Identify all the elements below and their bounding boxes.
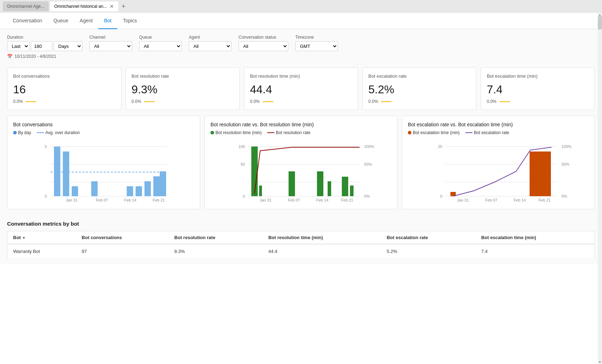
svg-text:Feb 07: Feb 07	[485, 198, 497, 202]
chart-resolution-area: 100 50 0 100% 50% 0%	[210, 139, 392, 203]
table-body: Warranty Bot 97 9.3% 44.4 5.2% 7.4	[7, 244, 595, 259]
bar-feb24	[160, 171, 166, 196]
res-bar-feb18	[328, 181, 331, 196]
tab-bot[interactable]: Bot	[98, 13, 117, 29]
chart-escalation-legend: Bot escalation time (min) Bot escalation…	[408, 130, 589, 135]
table-title: Conversation metrics by bot	[7, 221, 595, 227]
charts-section: Bot conversations By day Avg. over durat…	[0, 116, 602, 215]
bar-feb21a	[144, 181, 151, 196]
scrollbar[interactable]: ▲ ▼	[598, 13, 602, 364]
chart-bot-conversations-title: Bot conversations	[13, 122, 194, 127]
kpi-bar-1	[144, 101, 155, 102]
svg-text:50%: 50%	[364, 162, 372, 166]
kpi-title-2: Bot resolution time (min)	[250, 73, 352, 79]
kpi-title-3: Bot escalation rate	[368, 73, 471, 79]
bar-jan25	[54, 147, 60, 196]
scrollbar-thumb[interactable]	[598, 16, 602, 30]
close-icon[interactable]: ✕	[110, 4, 114, 9]
kpi-section: Bot conversations 16 0.0% Bot resolution…	[0, 62, 602, 116]
kpi-title-1: Bot resolution rate	[132, 73, 234, 79]
tab-agent[interactable]: Agent	[74, 13, 99, 29]
agent-label: Agent	[189, 35, 231, 40]
chart-resolution: Bot resolution rate vs. Bot resolution t…	[204, 116, 398, 209]
main-container: Conversation Queue Agent Bot Topics Dura…	[0, 13, 602, 364]
kpi-change-0: 0.0%	[13, 99, 115, 104]
queue-filter: Queue All	[139, 35, 182, 51]
tab-topics[interactable]: Topics	[117, 13, 143, 29]
chart-resolution-legend: Bot resolution time (min) Bot resolution…	[210, 130, 392, 135]
browser-tab-1-label: Omnichannel Age...	[7, 4, 44, 9]
svg-text:50%: 50%	[562, 162, 569, 166]
bar-feb19	[136, 186, 142, 196]
kpi-bar-4	[499, 101, 510, 102]
svg-text:50: 50	[241, 162, 245, 166]
svg-text:0: 0	[440, 194, 442, 198]
col-bot-conversations: Bot conversations	[76, 231, 169, 244]
svg-text:0: 0	[243, 194, 245, 198]
kpi-bar-2	[263, 101, 273, 102]
legend-avg: Avg. over duration	[37, 130, 80, 135]
esc-bar-feb21	[530, 151, 551, 196]
new-tab-button[interactable]: +	[120, 3, 128, 10]
duration-preset-select[interactable]: Last	[7, 41, 29, 51]
kpi-title-4: Bot escalation time (min)	[487, 73, 589, 79]
kpi-card-2: Bot resolution time (min) 44.4 0.0%	[244, 67, 358, 110]
calendar-icon: 📅	[7, 54, 12, 59]
table-section: Conversation metrics by bot Bot ▼ Bot co…	[0, 215, 602, 264]
kpi-value-2: 44.4	[250, 83, 352, 96]
chart-bot-conversations-legend: By day Avg. over duration	[13, 130, 194, 135]
timezone-select[interactable]: GMT UTC EST	[295, 41, 338, 51]
queue-controls: All	[139, 41, 182, 51]
kpi-change-2: 0.0%	[250, 99, 352, 104]
timezone-label: Timezone	[295, 35, 338, 40]
svg-text:Feb 21: Feb 21	[538, 198, 551, 202]
channel-select[interactable]: All	[89, 41, 132, 51]
kpi-change-1: 0.0%	[132, 99, 234, 104]
browser-tab-1[interactable]: Omnichannel Age...	[3, 1, 49, 11]
conv-status-label: Conversation status	[239, 35, 288, 40]
chart-bot-conversations-area: 5 0	[13, 139, 194, 203]
bot-conversations-svg: 5 0	[13, 139, 194, 203]
duration-value-input[interactable]	[31, 41, 52, 51]
svg-text:Feb 14: Feb 14	[124, 198, 136, 202]
res-bar-feb07	[289, 171, 295, 196]
cell-bot-resolution-rate: 9.3%	[169, 244, 263, 259]
scrollbar-down-arrow[interactable]: ▼	[598, 360, 602, 364]
channel-label: Channel	[89, 35, 132, 40]
tab-queue[interactable]: Queue	[48, 13, 74, 29]
svg-text:Feb 14: Feb 14	[316, 198, 328, 202]
resolution-svg: 100 50 0 100% 50% 0%	[210, 139, 392, 203]
col-bot[interactable]: Bot ▼	[7, 231, 76, 244]
bar-feb18	[127, 186, 133, 196]
cell-bot-escalation-time: 7.4	[476, 244, 595, 259]
duration-unit-select[interactable]: Days Weeks Months	[54, 41, 82, 51]
conv-status-select[interactable]: All	[239, 41, 288, 51]
kpi-value-0: 16	[13, 83, 115, 96]
res-bar-jan31	[251, 147, 258, 196]
legend-by-day: By day	[13, 130, 31, 135]
legend-dash-blue	[37, 132, 44, 133]
legend-dot-orange	[408, 131, 411, 134]
kpi-value-1: 9.3%	[132, 83, 234, 96]
conv-status-controls: All	[239, 41, 288, 51]
table-header: Bot ▼ Bot conversations Bot resolution r…	[7, 231, 595, 244]
legend-line-red	[267, 132, 274, 133]
kpi-card-0: Bot conversations 16 0.0%	[7, 67, 121, 110]
svg-text:100%: 100%	[364, 144, 374, 149]
queue-select[interactable]: All	[139, 41, 182, 51]
kpi-card-1: Bot resolution rate 9.3% 0.0%	[126, 67, 240, 110]
table-row: Warranty Bot 97 9.3% 44.4 5.2% 7.4	[7, 244, 595, 259]
res-bar-feb21	[342, 177, 348, 196]
data-table: Bot ▼ Bot conversations Bot resolution r…	[7, 231, 595, 259]
browser-tab-2[interactable]: Omnichannel historical an... ✕	[50, 1, 118, 11]
date-range: 📅 10/11/2020 - 4/8/2021	[7, 54, 595, 59]
legend-line-purple	[465, 132, 472, 133]
legend-escalation-rate: Bot escalation rate	[465, 130, 509, 135]
sort-arrow-icon: ▼	[22, 236, 26, 240]
duration-controls: Last Days Weeks Months	[7, 41, 82, 51]
tab-conversation[interactable]: Conversation	[7, 13, 48, 29]
bar-feb22	[153, 176, 160, 196]
agent-select[interactable]: All	[189, 41, 231, 51]
filters-row: Duration Last Days Weeks Months Channel	[7, 35, 595, 51]
nav-tabs: Conversation Queue Agent Bot Topics	[0, 13, 602, 29]
